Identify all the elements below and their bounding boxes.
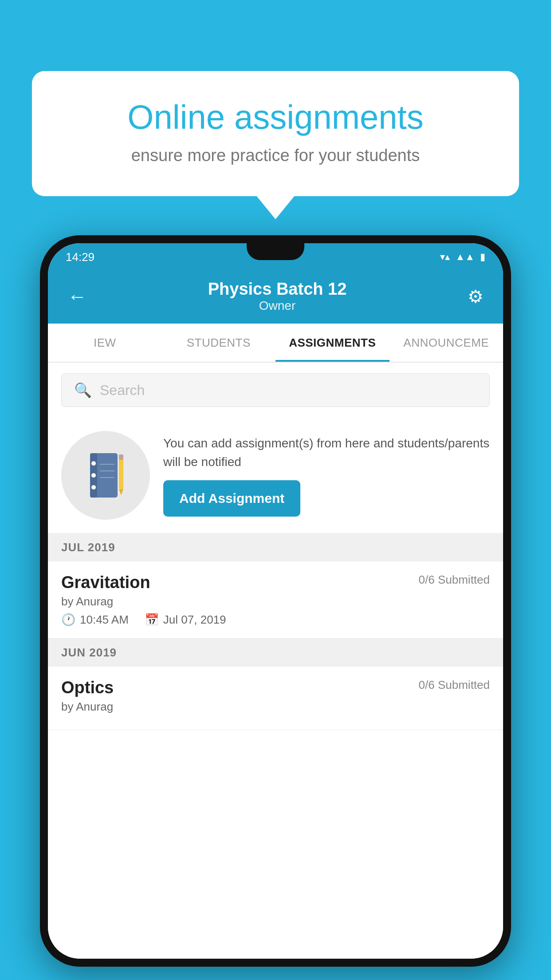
battery-icon: ▮ <box>480 251 485 263</box>
promo-description: You can add assignment(s) from here and … <box>163 434 490 471</box>
speech-bubble-subtitle: ensure more practice for your students <box>67 146 484 165</box>
header-subtitle: Owner <box>208 299 347 313</box>
assignment-time: 10:45 AM <box>80 613 129 627</box>
assignment-submitted-gravitation: 0/6 Submitted <box>419 573 490 587</box>
phone-inner: 14:29 ▾▴ ▲▲ ▮ ← Physics Batch 12 Owner ⚙… <box>48 243 503 959</box>
phone-notch <box>247 243 304 260</box>
add-assignment-button[interactable]: Add Assignment <box>163 480 300 517</box>
tab-assignments[interactable]: ASSIGNMENTS <box>276 324 390 362</box>
tab-bar: IEW STUDENTS ASSIGNMENTS ANNOUNCEME <box>48 324 503 363</box>
status-time: 14:29 <box>66 250 94 264</box>
signal-icon: ▲▲ <box>455 251 475 263</box>
speech-bubble-title: Online assignments <box>67 98 484 136</box>
section-header-jul: JUL 2019 <box>48 533 503 561</box>
svg-point-2 <box>91 461 96 466</box>
phone-frame: 14:29 ▾▴ ▲▲ ▮ ← Physics Batch 12 Owner ⚙… <box>40 235 511 967</box>
header-title: Physics Batch 12 <box>208 280 347 299</box>
status-icons: ▾▴ ▲▲ ▮ <box>440 251 485 263</box>
app-header: ← Physics Batch 12 Owner ⚙ <box>48 271 503 324</box>
notebook-svg <box>86 451 126 500</box>
status-bar: 14:29 ▾▴ ▲▲ ▮ <box>48 243 503 271</box>
header-center: Physics Batch 12 Owner <box>208 280 347 313</box>
assignment-author-gravitation: by Anurag <box>61 595 490 609</box>
speech-bubble-container: Online assignments ensure more practice … <box>32 71 519 196</box>
svg-rect-10 <box>119 454 123 460</box>
svg-marker-9 <box>119 489 123 495</box>
assignment-item-optics[interactable]: Optics 0/6 Submitted by Anurag <box>48 667 503 730</box>
svg-point-3 <box>91 473 96 478</box>
assignment-title-optics: Optics <box>61 678 114 697</box>
speech-bubble: Online assignments ensure more practice … <box>32 71 519 196</box>
meta-time: 🕐 10:45 AM <box>61 613 129 627</box>
search-icon: 🔍 <box>74 382 92 399</box>
assignment-title-gravitation: Gravitation <box>61 573 150 592</box>
content-area: 🔍 Search <box>48 363 503 959</box>
tab-announcements[interactable]: ANNOUNCEME <box>390 324 504 362</box>
back-button[interactable]: ← <box>67 285 87 308</box>
promo-block: You can add assignment(s) from here and … <box>48 418 503 533</box>
search-placeholder: Search <box>100 382 145 399</box>
assignment-author-optics: by Anurag <box>61 700 490 714</box>
tab-iew[interactable]: IEW <box>48 324 162 362</box>
assignment-top-row-optics: Optics 0/6 Submitted <box>61 678 490 697</box>
assignment-meta-gravitation: 🕐 10:45 AM 📅 Jul 07, 2019 <box>61 613 490 627</box>
assignment-date: Jul 07, 2019 <box>163 613 226 627</box>
tab-students[interactable]: STUDENTS <box>162 324 276 362</box>
svg-point-4 <box>91 485 96 490</box>
search-bar[interactable]: 🔍 Search <box>61 373 490 407</box>
clock-icon: 🕐 <box>61 613 75 627</box>
settings-icon[interactable]: ⚙ <box>468 286 484 307</box>
wifi-icon: ▾▴ <box>440 251 450 263</box>
assignment-top-row: Gravitation 0/6 Submitted <box>61 573 490 592</box>
promo-text-area: You can add assignment(s) from here and … <box>163 434 490 517</box>
meta-date: 📅 Jul 07, 2019 <box>145 613 226 627</box>
assignment-item-gravitation[interactable]: Gravitation 0/6 Submitted by Anurag 🕐 10… <box>48 561 503 639</box>
section-header-jun: JUN 2019 <box>48 639 503 667</box>
calendar-icon: 📅 <box>145 613 159 627</box>
assignment-submitted-optics: 0/6 Submitted <box>419 678 490 692</box>
search-container: 🔍 Search <box>48 363 503 418</box>
promo-icon-circle <box>61 431 150 520</box>
